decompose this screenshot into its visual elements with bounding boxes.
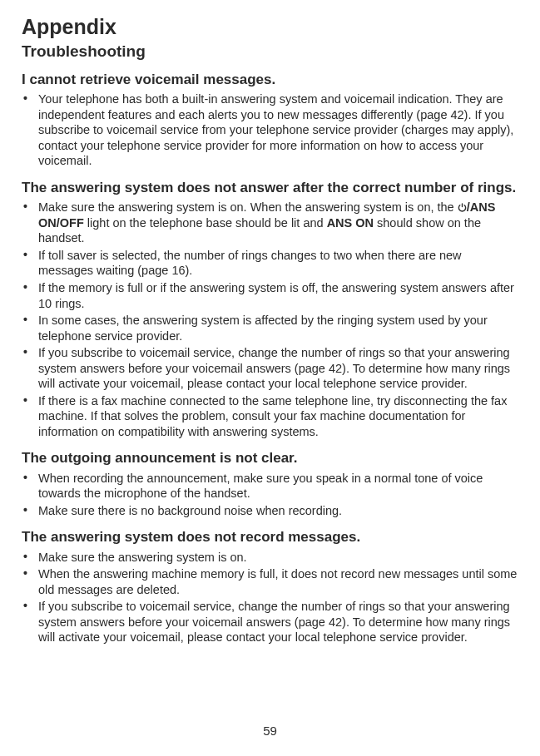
list-item: If the memory is full or if the answerin… [22,280,518,311]
list-item: If you subscribe to voicemail service, c… [22,599,518,645]
bold-text: /ANS ON/OFF [38,200,495,230]
bullet-list: Make sure the answering system is on. Wh… [22,200,518,439]
section-heading: The outgoing announcement is not clear. [22,449,518,467]
page-number: 59 [0,724,540,738]
list-item: If you subscribe to voicemail service, c… [22,345,518,392]
list-item: If there is a fax machine connected to t… [22,393,518,440]
page-subtitle: Troubleshooting [22,42,518,61]
section-heading: The answering system does not answer aft… [22,179,518,196]
list-item: When recording the announcement, make su… [22,471,518,502]
power-icon [458,203,467,212]
list-item: If toll saver is selected, the number of… [22,248,518,279]
content-sections: I cannot retrieve voicemail messages.You… [22,71,518,645]
bullet-list: When recording the announcement, make su… [22,471,518,519]
bold-text: ANS ON [327,216,374,230]
section-heading: The answering system does not record mes… [22,528,518,546]
bullet-list: Make sure the answering system is on.Whe… [22,550,518,645]
list-item: Make sure there is no background noise w… [22,503,518,519]
page-title: Appendix [22,15,518,39]
list-item: Make sure the answering system is on. Wh… [22,200,518,246]
list-item: When the answering machine memory is ful… [22,566,518,597]
list-item: Make sure the answering system is on. [22,550,518,566]
list-item: In some cases, the answering system is a… [22,313,518,343]
bullet-list: Your telephone has both a built-in answe… [22,91,518,169]
section-heading: I cannot retrieve voicemail messages. [22,71,518,88]
list-item: Your telephone has both a built-in answe… [22,91,518,169]
